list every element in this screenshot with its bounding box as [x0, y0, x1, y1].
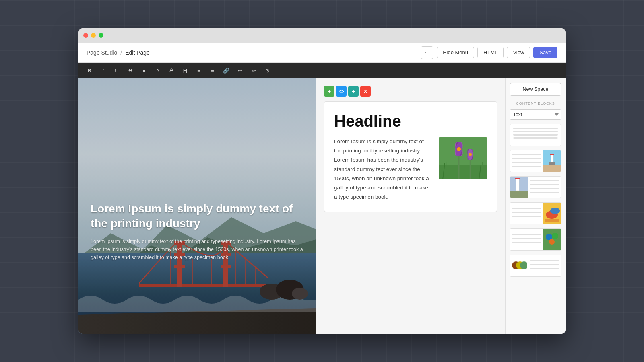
header-actions: ← Hide Menu HTML View Save — [421, 46, 557, 59]
list-button[interactable]: ≡ — [207, 65, 218, 76]
content-body-row: Lorem Ipsum is simply dummy text of the … — [334, 137, 487, 202]
fullscreen-button[interactable] — [99, 33, 103, 38]
svg-point-52 — [550, 208, 560, 214]
underline-button[interactable]: U — [111, 65, 122, 76]
close-button[interactable] — [83, 33, 88, 38]
content-panel: + <> + × Headline Lorem Ipsum is simply … — [316, 78, 505, 334]
svg-point-57 — [549, 239, 555, 245]
edit-button[interactable]: ✏ — [248, 65, 259, 76]
link-button[interactable]: 🔗 — [221, 65, 231, 76]
block-type-select[interactable]: Text Image Button Divider HTML — [510, 109, 561, 120]
breadcrumb-separator: / — [120, 49, 122, 56]
new-space-button[interactable]: New Space — [510, 83, 561, 96]
add-block-button[interactable]: + — [324, 86, 334, 97]
undo-button[interactable]: ↩ — [235, 65, 245, 76]
save-button[interactable]: Save — [533, 47, 557, 58]
block-thumbnail-6[interactable] — [510, 255, 561, 277]
font-size-large-button[interactable]: A — [166, 65, 177, 76]
block-thumbnail-1[interactable] — [510, 124, 561, 146]
strikethrough-button[interactable]: S — [125, 65, 136, 76]
code-block-button[interactable]: <> — [336, 86, 347, 97]
sidebar: New Space CONTENT BLOCKS Text Image Butt… — [505, 78, 566, 334]
svg-rect-53 — [545, 219, 559, 222]
svg-point-35 — [457, 147, 461, 151]
svg-rect-48 — [516, 179, 519, 191]
content-body-text: Lorem Ipsum is simply dummy text of the … — [334, 137, 432, 202]
panel-body: Lorem Ipsum is simply dummy text of the … — [91, 237, 304, 261]
block-thumbnail-5[interactable] — [510, 228, 561, 251]
insert-block-button[interactable]: + — [348, 86, 359, 97]
svg-rect-45 — [549, 162, 555, 165]
formatting-toolbar: B I U S ● A A H ≡ ≡ 🔗 ↩ ✏ ⊙ — [78, 63, 566, 78]
block-controls: + <> + × — [324, 86, 497, 97]
image-panel: Lorem Ipsum is simply dummy text of the … — [78, 78, 316, 334]
breadcrumb-app[interactable]: Page Studio — [87, 49, 117, 56]
italic-button[interactable]: I — [98, 65, 108, 76]
flower-svg — [439, 137, 487, 179]
heading-button[interactable]: H — [180, 65, 190, 76]
view-button[interactable]: View — [507, 47, 530, 58]
svg-rect-42 — [543, 165, 561, 172]
minimize-button[interactable] — [91, 33, 96, 38]
content-headline: Headline — [334, 111, 487, 131]
panel-text: Lorem Ipsum is simply dummy text of the … — [91, 202, 304, 261]
svg-point-56 — [552, 233, 558, 239]
html-button[interactable]: HTML — [477, 47, 504, 58]
content-image — [439, 137, 487, 179]
svg-rect-44 — [550, 154, 554, 155]
align-button[interactable]: ≡ — [194, 65, 204, 76]
canvas: Lorem Ipsum is simply dummy text of the … — [78, 78, 505, 334]
window-controls — [83, 33, 103, 38]
block-thumbnail-2[interactable] — [510, 150, 561, 172]
svg-rect-49 — [515, 178, 520, 179]
content-block: Headline Lorem Ipsum is simply dummy tex… — [324, 101, 497, 212]
settings-button[interactable]: ⊙ — [262, 65, 272, 76]
breadcrumb: Page Studio / Edit Page — [87, 49, 421, 56]
delete-block-button[interactable]: × — [360, 86, 371, 97]
titlebar — [78, 28, 566, 43]
svg-point-40 — [469, 153, 472, 156]
canvas-content: Lorem Ipsum is simply dummy text of the … — [78, 78, 505, 334]
highlight-button[interactable]: ● — [139, 65, 149, 76]
hide-menu-button[interactable]: Hide Menu — [437, 47, 474, 58]
app-window: Page Studio / Edit Page ← Hide Menu HTML… — [78, 28, 566, 334]
main-content: Lorem Ipsum is simply dummy text of the … — [78, 78, 566, 334]
bold-button[interactable]: B — [84, 65, 95, 76]
header: Page Studio / Edit Page ← Hide Menu HTML… — [78, 43, 566, 63]
svg-rect-47 — [510, 191, 528, 198]
block-thumbnail-3[interactable] — [510, 176, 561, 198]
font-size-small-button[interactable]: A — [153, 65, 163, 76]
panel-headline: Lorem Ipsum is simply dummy text of the … — [91, 202, 304, 231]
breadcrumb-current: Edit Page — [125, 49, 150, 56]
content-blocks-label: CONTENT BLOCKS — [510, 100, 561, 105]
back-button[interactable]: ← — [421, 46, 433, 59]
block-thumbnail-4[interactable] — [510, 202, 561, 224]
